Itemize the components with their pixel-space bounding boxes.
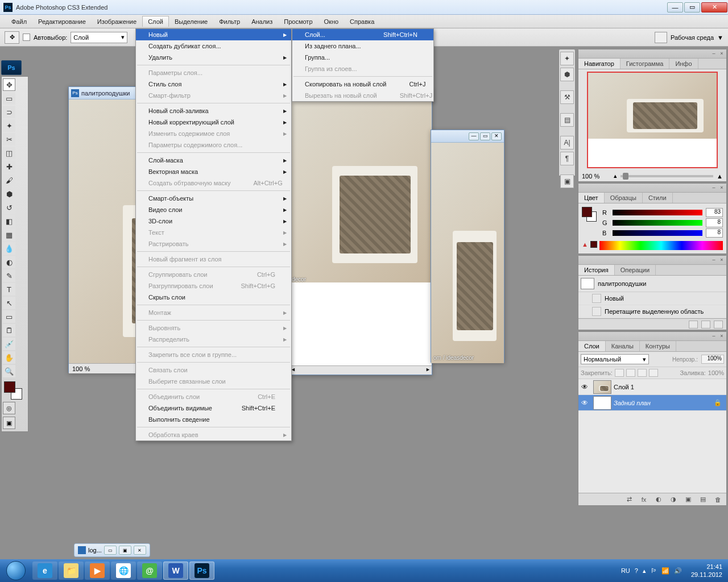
b-value[interactable]: 8	[706, 228, 723, 238]
zoom-tool[interactable]: 🔍	[3, 365, 15, 377]
color-spectrum[interactable]	[599, 241, 723, 250]
autoselect-dropdown[interactable]: Слой▾	[71, 32, 127, 43]
tab-history[interactable]: История	[578, 265, 615, 275]
history-new-doc-icon[interactable]	[689, 321, 698, 329]
menu-select[interactable]: Выделение	[169, 16, 213, 27]
history-step[interactable]: Новый	[578, 292, 726, 305]
doc3-minimize[interactable]: —	[469, 132, 479, 140]
new-layer-icon[interactable]: ▤	[698, 495, 708, 504]
taskbar-chrome[interactable]: 🌐	[111, 562, 136, 580]
shape-tool[interactable]: ▭	[3, 310, 15, 323]
link-layers-icon[interactable]: ⇄	[624, 495, 634, 504]
menu-item[interactable]: Смарт-объекты▶	[136, 193, 291, 204]
dock-layercomps-icon[interactable]: ▤	[560, 113, 574, 127]
menu-file[interactable]: Файл	[6, 16, 32, 27]
workspace-label[interactable]: Рабочая среда	[671, 34, 714, 41]
quickmask-toggle[interactable]: ◎	[3, 402, 15, 414]
adjustment-layer-icon[interactable]: ◑	[668, 495, 679, 504]
lock-all-icon[interactable]	[649, 369, 658, 377]
history-brush-tool[interactable]: ↺	[3, 201, 15, 214]
navigator-zoom[interactable]: 100 %	[582, 173, 610, 180]
tray-network-icon[interactable]: 📶	[661, 567, 669, 575]
color-swatch-pair[interactable]	[582, 207, 598, 223]
lasso-tool[interactable]: ⊃	[3, 106, 15, 118]
zoom-out-icon[interactable]: ▴	[614, 172, 617, 180]
type-tool[interactable]: T	[3, 283, 15, 296]
panel-minimize[interactable]: –	[710, 332, 717, 339]
tab-layers[interactable]: Слои	[578, 341, 606, 351]
menu-item[interactable]: Скрыть слои	[136, 292, 291, 303]
dock-actions-icon[interactable]: ▣	[560, 174, 574, 188]
menu-help[interactable]: Справка	[344, 16, 380, 27]
panel-close[interactable]: ×	[718, 50, 725, 57]
menu-item[interactable]: Объединить видимыеShift+Ctrl+E	[136, 402, 291, 414]
wand-tool[interactable]: ✦	[3, 119, 15, 132]
menu-layer[interactable]: Слой	[142, 16, 169, 27]
tab-navigator[interactable]: Навигатор	[578, 59, 621, 69]
dock-clone-icon[interactable]: ⬢	[560, 68, 574, 81]
menu-item[interactable]: Выполнить сведение	[136, 414, 291, 425]
menu-item[interactable]: Видео слои▶	[136, 204, 291, 215]
menu-item[interactable]: Слой-маска▶	[136, 155, 291, 166]
tray-volume-icon[interactable]: 🔊	[674, 567, 682, 575]
history-step[interactable]: Перетащите выделенную область	[578, 305, 726, 318]
lock-transparency-icon[interactable]	[615, 369, 624, 377]
menu-item[interactable]: Создать дубликат слоя...	[136, 40, 291, 52]
panel-minimize[interactable]: –	[710, 50, 717, 57]
stamp-tool[interactable]: ⬢	[3, 188, 15, 200]
tab-color[interactable]: Цвет	[578, 193, 605, 203]
taskbar-mail[interactable]: @	[137, 562, 162, 580]
submenu-item[interactable]: Скопировать на новый слойCtrl+J	[292, 78, 433, 90]
tab-info[interactable]: Инфо	[669, 59, 698, 69]
tabdoc-restore[interactable]: ▭	[104, 546, 117, 555]
lock-pixels-icon[interactable]	[626, 369, 635, 377]
menu-edit[interactable]: Редактирование	[32, 16, 92, 27]
panel-minimize[interactable]: –	[710, 256, 717, 263]
visibility-toggle-icon[interactable]: 👁	[578, 383, 591, 391]
marquee-tool[interactable]: ▭	[3, 92, 15, 105]
new-group-icon[interactable]: ▣	[683, 495, 693, 504]
minimize-button[interactable]: —	[667, 2, 683, 13]
start-button[interactable]	[0, 559, 32, 582]
history-snapshot-icon[interactable]	[701, 321, 710, 329]
path-tool[interactable]: ↖	[3, 297, 15, 309]
tab-styles[interactable]: Стили	[643, 193, 673, 203]
tab-swatches[interactable]: Образцы	[605, 193, 643, 203]
gradient-tool[interactable]: ▦	[3, 228, 15, 241]
tab-paths[interactable]: Контуры	[640, 341, 676, 351]
doc3-maximize[interactable]: ▭	[480, 132, 490, 140]
heal-tool[interactable]: ✚	[3, 160, 15, 173]
dock-brushes-icon[interactable]: ✦	[560, 52, 574, 65]
document-window-2[interactable]: decor	[289, 88, 432, 375]
close-button[interactable]: ✕	[701, 2, 727, 13]
eraser-tool[interactable]: ◧	[3, 215, 15, 227]
pen-tool[interactable]: ✎	[3, 269, 15, 282]
autoselect-checkbox[interactable]	[23, 34, 30, 41]
hand-tool[interactable]: ✋	[3, 351, 15, 364]
visibility-toggle-icon[interactable]: 👁	[578, 399, 591, 407]
submenu-item[interactable]: Группа...	[292, 52, 433, 63]
layer-row[interactable]: 👁 Слой 1	[578, 379, 726, 395]
panel-close[interactable]: ×	[718, 184, 725, 191]
tab-histogram[interactable]: Гистограмма	[621, 59, 670, 69]
dock-character-icon[interactable]: A|	[560, 136, 574, 149]
eyedropper-tool[interactable]: 💉	[3, 338, 15, 350]
navigator-thumbnail[interactable]	[587, 72, 718, 168]
layer-style-icon[interactable]: fx	[639, 495, 649, 504]
move-tool-icon[interactable]: ✥	[5, 31, 19, 44]
lock-position-icon[interactable]	[638, 369, 647, 377]
panel-minimize[interactable]: –	[710, 184, 717, 191]
maximize-button[interactable]: ▭	[684, 2, 700, 13]
menu-item[interactable]: Стиль слоя▶	[136, 78, 291, 90]
menu-item[interactable]: Удалить▶	[136, 52, 291, 63]
g-value[interactable]: 8	[706, 218, 723, 227]
menu-filter[interactable]: Фильтр	[213, 16, 246, 27]
taskbar-clock[interactable]: 21:41 29.11.2012	[685, 563, 728, 579]
doc3-close[interactable]: ✕	[491, 132, 502, 140]
menu-analysis[interactable]: Анализ	[246, 16, 278, 27]
workspace-icon[interactable]	[655, 32, 667, 43]
submenu-item[interactable]: Слой...Shift+Ctrl+N	[292, 29, 433, 40]
tray-help-icon[interactable]: ?	[635, 567, 638, 574]
taskbar-word[interactable]: W	[163, 562, 188, 580]
menu-item[interactable]: Векторная маска▶	[136, 166, 291, 177]
